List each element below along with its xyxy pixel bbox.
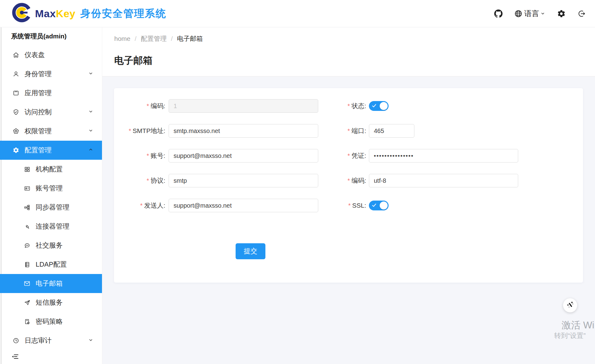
sidebar-item-identity[interactable]: 身份管理 (0, 65, 102, 84)
top-bar: MaxKey 身份安全管理系统 语言 (0, 0, 595, 27)
sidebar-item-ldap-config[interactable]: LDAP配置 (0, 255, 102, 274)
breadcrumb-separator: / (171, 35, 173, 42)
sidebar-item-access-control[interactable]: 访问控制 (0, 103, 102, 122)
sidebar-item-label: 权限管理 (25, 127, 52, 136)
sidebar-item-label: 机构配置 (36, 165, 63, 174)
chevron-down-icon (88, 109, 93, 115)
gear-icon[interactable] (557, 9, 566, 18)
main-content: home / 配置管理 / 电子邮箱 电子邮箱 *编码: *状态: (102, 27, 595, 364)
page-header: home / 配置管理 / 电子邮箱 电子邮箱 (102, 27, 595, 76)
home-icon (12, 51, 20, 59)
form-row: *账号: *凭证: (114, 149, 583, 162)
shield-check-icon (12, 108, 20, 116)
sidebar-item-permissions[interactable]: 权限管理 (0, 122, 102, 141)
sender-field[interactable] (169, 199, 318, 212)
magic-wand-icon (566, 301, 574, 310)
field-label-port: *端口: (318, 127, 366, 135)
file-shield-icon (23, 318, 31, 325)
breadcrumb-separator: / (135, 35, 137, 42)
sidebar-collapse-button[interactable] (0, 350, 102, 364)
sidebar-item-audit-logs[interactable]: 日志审计 (0, 331, 102, 350)
chevron-down-icon (88, 71, 93, 77)
sidebar-item-social-services[interactable]: 社交服务 (0, 236, 102, 255)
submit-button[interactable]: 提交 (236, 243, 265, 259)
maxkey-logo-icon (12, 2, 32, 23)
form-row: *SMTP地址: *端口: (114, 124, 583, 138)
chevron-down-icon (88, 128, 93, 135)
sidebar-item-dashboard[interactable]: 仪表盘 (0, 45, 102, 65)
smtp-address-field[interactable] (169, 124, 318, 138)
sidebar-item-label: 身份管理 (25, 69, 52, 79)
field-label-id: *编码: (114, 102, 165, 110)
chevron-down-icon (88, 338, 93, 344)
magic-wand-button[interactable] (563, 298, 577, 312)
sidebar-item-org-config[interactable]: 机构配置 (0, 160, 102, 179)
form-row: *编码: *状态: (114, 99, 583, 113)
brand[interactable]: MaxKey 身份安全管理系统 (12, 4, 166, 23)
protocol-field[interactable] (169, 174, 318, 187)
field-label-status: *状态: (318, 102, 366, 110)
chat-icon (23, 242, 31, 249)
server-icon (23, 261, 31, 268)
port-field[interactable] (369, 124, 414, 138)
id-card-icon (23, 185, 31, 192)
credential-field[interactable] (369, 149, 518, 162)
pentagon-icon (12, 127, 20, 135)
field-label-sender: *发送人: (114, 201, 165, 210)
sidebar-item-label: 应用管理 (25, 88, 52, 98)
github-icon[interactable] (494, 10, 503, 18)
sidebar-item-label: 连接器管理 (36, 222, 69, 231)
sidebar-item-applications[interactable]: 应用管理 (0, 84, 102, 103)
current-user: 系统管理员(admin) (0, 27, 102, 45)
sidebar-item-label: LDAP配置 (36, 260, 67, 269)
ssl-toggle[interactable] (369, 201, 389, 210)
send-icon (23, 299, 31, 306)
menu-fold-icon (11, 353, 19, 362)
field-label-smtp: *SMTP地址: (114, 127, 165, 135)
sidebar-item-sms-services[interactable]: 短信服务 (0, 293, 102, 312)
account-field[interactable] (169, 149, 318, 162)
breadcrumb: home / 配置管理 / 电子邮箱 (114, 34, 203, 43)
id-field[interactable] (169, 99, 318, 113)
status-toggle[interactable] (369, 101, 389, 111)
windows-activation-watermark-line2: 转到“设置” (554, 331, 586, 340)
plug-icon (23, 223, 31, 230)
logout-icon[interactable] (577, 10, 586, 18)
top-actions: 语言 (494, 0, 586, 27)
grid-icon (23, 166, 31, 173)
sitemap-icon (23, 204, 31, 211)
language-switcher[interactable]: 语言 (514, 9, 545, 18)
brand-name: MaxKey (35, 8, 76, 20)
sidebar-item-password-policy[interactable]: 密码策略 (0, 312, 102, 331)
sidebar-item-synchronizers[interactable]: 同步器管理 (0, 198, 102, 217)
breadcrumb-config[interactable]: 配置管理 (141, 34, 166, 43)
sidebar-item-label: 同步器管理 (36, 203, 69, 212)
sidebar-item-account-management[interactable]: 账号管理 (0, 179, 102, 198)
windows-activation-watermark-line1: 激活 Wi (562, 319, 594, 332)
app-window-icon (12, 89, 20, 97)
sidebar-item-email[interactable]: 电子邮箱 (0, 274, 102, 293)
gear-icon (12, 147, 20, 154)
field-label-ssl: *SSL: (318, 202, 366, 209)
sidebar-item-label: 仪表盘 (25, 50, 45, 60)
toggle-knob (380, 102, 388, 110)
sidebar-item-configuration[interactable]: 配置管理 (0, 141, 102, 160)
sidebar-menu: 仪表盘 身份管理 应用管理 访问控制 权限管理 (0, 45, 102, 364)
sidebar-item-label: 账号管理 (36, 184, 63, 193)
chevron-up-icon (88, 147, 93, 154)
language-label: 语言 (524, 9, 539, 18)
mail-icon (23, 280, 31, 287)
breadcrumb-home[interactable]: home (114, 35, 131, 42)
check-icon (372, 103, 377, 109)
field-label-credential: *凭证: (318, 151, 366, 160)
sidebar-item-connectors[interactable]: 连接器管理 (0, 217, 102, 236)
sidebar-item-label: 社交服务 (36, 241, 63, 250)
page-title: 电子邮箱 (114, 54, 152, 67)
toggle-knob (380, 202, 388, 209)
breadcrumb-current: 电子邮箱 (177, 34, 203, 43)
encoding-field[interactable] (369, 174, 518, 187)
field-label-protocol: *协议: (114, 176, 165, 185)
brand-subtitle: 身份安全管理系统 (80, 7, 166, 21)
form-row: *发送人: *SSL: (114, 199, 583, 212)
user-icon (12, 70, 20, 78)
